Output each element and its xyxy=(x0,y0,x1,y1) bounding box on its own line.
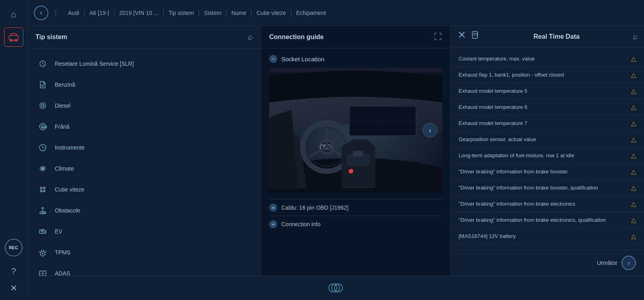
data-row[interactable]: Exhaust model temperature 6 △ xyxy=(451,99,644,115)
right-panel-header: Real Time Data ⌕ xyxy=(451,26,644,48)
svg-text:SRS: SRS xyxy=(41,212,46,214)
menu-item-obstacole[interactable]: SRS Obstacole xyxy=(27,200,261,221)
menu-label-ev: EV xyxy=(55,228,62,235)
next-button[interactable]: › xyxy=(621,256,636,270)
nav-year[interactable]: 2019 [VIN 10 ... xyxy=(114,10,164,16)
right-panel-title: Real Time Data xyxy=(484,33,629,40)
expand-icon[interactable]: ⛶ xyxy=(434,32,442,42)
data-list: Coolant temperature, max. value △ Exhaus… xyxy=(451,48,644,250)
connection-info-expand-icon[interactable]: + xyxy=(269,220,277,228)
car-image: › xyxy=(269,68,442,193)
menu-item-tpms[interactable]: TPMS xyxy=(27,242,261,263)
image-next-arrow[interactable]: › xyxy=(423,123,437,138)
data-row[interactable]: Exhaust model temperature 5 △ xyxy=(451,83,644,99)
menu-icon-frana: ABS xyxy=(37,121,48,132)
data-row[interactable]: Gearposition sensor, actual value △ xyxy=(451,131,644,148)
menu-item-ev[interactable]: EV xyxy=(27,221,261,242)
urmator-label: Următor xyxy=(597,260,617,266)
menu-icon-tpms xyxy=(37,247,48,258)
menu-icon-adas xyxy=(37,268,48,276)
nav-audi[interactable]: Audi xyxy=(63,10,85,16)
warning-icon: △ xyxy=(631,168,636,175)
data-row[interactable]: Coolant temperature, max. value △ xyxy=(451,51,644,67)
nav-cutie-viteze[interactable]: Cutie viteze xyxy=(251,10,291,16)
right-panel: Real Time Data ⌕ Coolant temperature, ma… xyxy=(451,26,644,276)
nav-nume[interactable]: Nume xyxy=(226,10,251,16)
socket-collapse-button[interactable]: − xyxy=(269,55,277,63)
middle-panel-title: Connection guide xyxy=(269,33,324,41)
warning-icon: △ xyxy=(631,184,636,192)
rec-button[interactable]: REC xyxy=(5,239,23,256)
connection-info-row[interactable]: + Connection info xyxy=(269,216,442,232)
svg-point-17 xyxy=(42,253,44,254)
warning-icon: △ xyxy=(631,71,636,79)
data-row[interactable]: Long-term adaptation of fuel-mixture, ro… xyxy=(451,148,644,164)
svg-point-12 xyxy=(44,190,45,192)
svg-rect-34 xyxy=(353,151,364,156)
tool-icon[interactable] xyxy=(457,31,467,42)
data-row[interactable]: "Driver braking" information from brake … xyxy=(451,196,644,212)
menu-item-instrumente[interactable]: Instrumente xyxy=(27,137,261,158)
menu-item-cutie[interactable]: Cutie viteze xyxy=(27,179,261,200)
nav-sistem[interactable]: Sistem xyxy=(199,10,226,16)
menu-label-instrumente: Instrumente xyxy=(55,144,85,151)
vehicle-button[interactable] xyxy=(4,27,23,47)
left-panel-header: Tip sistem ⌕ xyxy=(27,26,261,48)
main-content: ‹ | Audi A6 [19-] 2019 [VIN 10 ... Tip s… xyxy=(27,0,644,300)
svg-rect-15 xyxy=(39,230,45,233)
menu-label-obstacole: Obstacole xyxy=(55,207,80,214)
menu-item-climate[interactable]: Climate xyxy=(27,158,261,179)
menu-item-benzina[interactable]: Benzină xyxy=(27,74,261,95)
warning-icon: △ xyxy=(631,200,636,208)
back-button[interactable]: ‹ xyxy=(34,6,48,20)
middle-panel: Connection guide ⛶ − Socket Location xyxy=(261,26,451,276)
menu-icon-benzina xyxy=(37,79,48,90)
left-search-icon[interactable]: ⌕ xyxy=(248,32,253,42)
warning-icon: △ xyxy=(631,152,636,159)
left-sidebar: ⌂ REC ? ✕ xyxy=(0,0,27,300)
data-row[interactable]: "Driver braking" information from brake … xyxy=(451,212,644,228)
nav-model[interactable]: A6 [19-] xyxy=(85,10,114,16)
data-label: Long-term adaptation of fuel-mixture, ro… xyxy=(459,152,628,158)
menu-list: Resetare Lumină Service [SLR] Benzină Di… xyxy=(27,48,261,276)
car-logo xyxy=(326,280,346,296)
right-search-icon[interactable]: ⌕ xyxy=(633,32,638,41)
home-button[interactable]: ⌂ xyxy=(4,5,23,24)
breadcrumb: Audi A6 [19-] 2019 [VIN 10 ... Tip siste… xyxy=(63,10,331,16)
nav-tip-sistem[interactable]: Tip sistem xyxy=(164,10,199,16)
menu-icon-slr xyxy=(37,58,48,69)
left-panel-title: Tip sistem xyxy=(35,33,67,41)
cable-row[interactable]: + Cablu: 16 pin OBD [J1962] xyxy=(269,199,442,216)
warning-icon: △ xyxy=(631,55,636,62)
data-label: Exhaust model temperature 5 xyxy=(459,88,628,94)
data-row[interactable]: "Driver braking" information from brake … xyxy=(451,180,644,196)
warning-icon: △ xyxy=(631,135,636,143)
menu-icon-ev xyxy=(37,226,48,237)
data-row[interactable]: -1 to 0 kilo newton △ xyxy=(451,244,644,250)
menu-icon-diesel xyxy=(37,100,48,111)
data-row[interactable]: "Driver braking" information from brake … xyxy=(451,164,644,180)
menu-item-diesel[interactable]: Diesel xyxy=(27,95,261,116)
socket-location-label: Socket Location xyxy=(281,56,324,62)
doc-icon[interactable] xyxy=(471,31,480,42)
menu-item-frana[interactable]: ABS Frână xyxy=(27,116,261,137)
cable-expand-icon[interactable]: + xyxy=(269,204,277,212)
menu-label-benzina: Benzină xyxy=(55,81,75,88)
svg-text:ABS: ABS xyxy=(42,125,47,129)
menu-icon-cutie xyxy=(37,184,48,195)
data-row[interactable]: Exhaust flap 1, bank1, position - offset… xyxy=(451,67,644,83)
data-label: [MAS16744] 12V battery xyxy=(459,233,628,239)
data-row[interactable]: Exhaust model temperature 7 △ xyxy=(451,115,644,131)
warning-icon: △ xyxy=(631,119,636,127)
menu-item-adas[interactable]: ADAS xyxy=(27,263,261,276)
nav-echipament[interactable]: Echipament xyxy=(291,10,331,16)
warning-icon: △ xyxy=(631,216,636,224)
data-row[interactable]: [MAS16744] 12V battery △ xyxy=(451,228,644,244)
help-button[interactable]: ? xyxy=(11,266,16,277)
warning-icon: △ xyxy=(631,87,636,95)
svg-point-39 xyxy=(349,169,353,173)
data-label: "Driver braking" information from brake … xyxy=(459,185,628,191)
left-panel: Tip sistem ⌕ Resetare Lumină Service [SL… xyxy=(27,26,261,276)
close-button[interactable]: ✕ xyxy=(10,283,17,294)
menu-item-slr[interactable]: Resetare Lumină Service [SLR] xyxy=(27,53,261,74)
